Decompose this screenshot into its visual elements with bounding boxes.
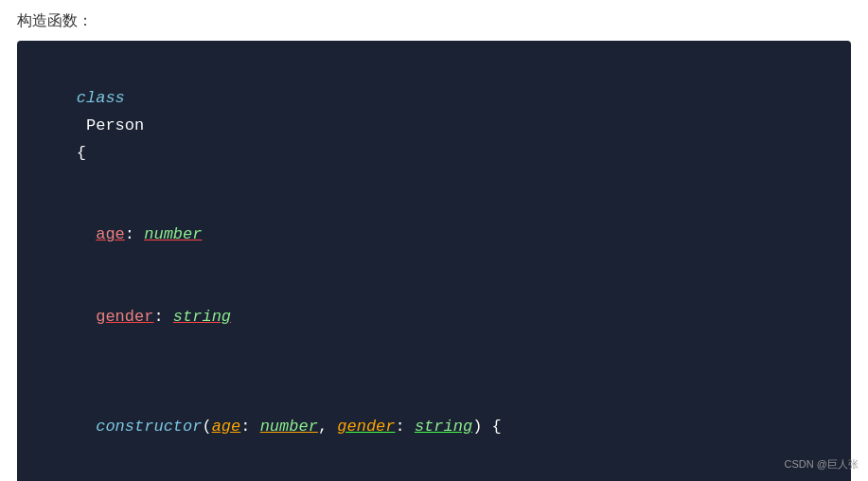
paren-open: ( bbox=[202, 418, 211, 436]
comma: , bbox=[318, 418, 337, 436]
prop-age: age bbox=[96, 225, 125, 243]
keyword-class: class bbox=[77, 89, 125, 107]
keyword-constructor: constructor bbox=[96, 418, 202, 436]
colon-p2: : bbox=[396, 418, 415, 436]
class-name: Person bbox=[77, 116, 154, 134]
colon-gender: : bbox=[153, 308, 172, 326]
type-number-1: number bbox=[144, 225, 202, 243]
brace-open: { bbox=[77, 144, 86, 162]
colon-p1: : bbox=[240, 418, 259, 436]
param-gender: gender bbox=[337, 418, 395, 436]
code-block: class Person { age: number gender: strin… bbox=[17, 41, 851, 481]
indent bbox=[77, 418, 96, 436]
indent bbox=[77, 308, 96, 326]
indent bbox=[77, 225, 96, 243]
type-string-1: string bbox=[173, 308, 231, 326]
paren-close: ) { bbox=[472, 418, 502, 436]
section-title: 构造函数： bbox=[17, 11, 851, 31]
prop-gender: gender bbox=[96, 308, 153, 326]
watermark: CSDN @巨人张 bbox=[785, 457, 859, 472]
type-number-2: number bbox=[260, 418, 318, 436]
param-age: age bbox=[212, 418, 241, 436]
type-string-2: string bbox=[415, 418, 472, 436]
colon-age: : bbox=[125, 225, 144, 243]
